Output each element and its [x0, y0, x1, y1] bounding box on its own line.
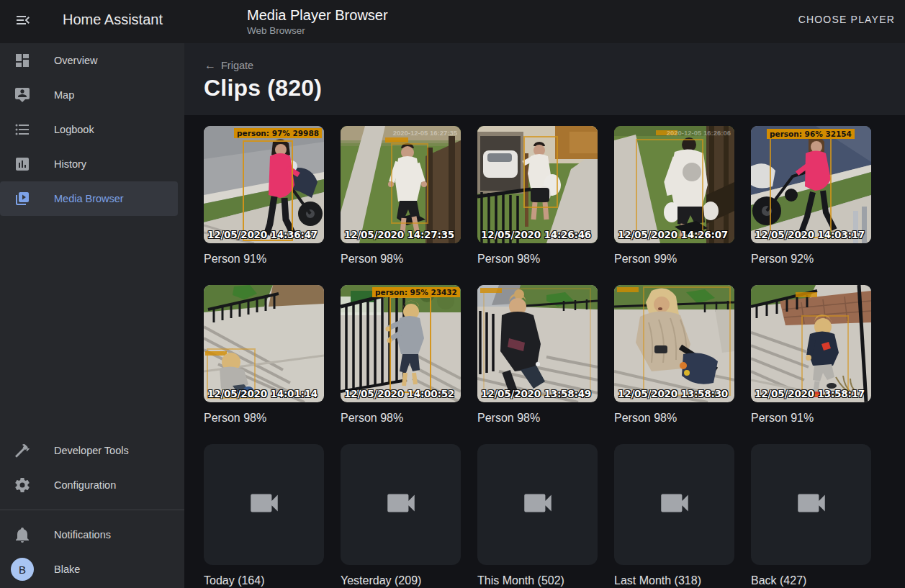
clip-timestamp-overlay: 12/05/2020 14:26:07 — [618, 229, 728, 240]
clip-thumbnail: person: 95% 23432 12/05/2020 14:00:52 — [341, 285, 461, 402]
folder-label: Yesterday (209) — [341, 573, 461, 588]
app-header: Home Assistant Media Player Browser Web … — [0, 0, 905, 43]
clip-timestamp-overlay: 12/05/2020 14:01:14 — [207, 388, 318, 399]
user-name: Blake — [54, 564, 80, 575]
content-header: ← Frigate Clips (820) — [184, 43, 905, 115]
sidebar-item-history[interactable]: History — [0, 147, 184, 181]
view-dashboard-icon — [14, 52, 31, 69]
sidebar-footer: Developer Tools Configuration Notificati… — [0, 433, 184, 587]
clip-thumbnail: person: 97% 29988 12/05/2020 14:36:47 — [204, 126, 324, 243]
panel-subtitle: Web Browser — [247, 25, 388, 36]
clip-label: Person 92% — [751, 251, 871, 266]
media-clip-item[interactable]: 2020-12-05 16:27:35 12/05/2020 14:27:35 … — [341, 126, 461, 266]
detection-bounding-box — [636, 139, 703, 238]
clip-thumbnail: 12/05/2020 13:58:49 — [477, 285, 598, 402]
media-folder-item-this-month[interactable]: This Month (502) — [477, 444, 598, 588]
folder-label: This Month (502) — [477, 573, 598, 588]
video-icon — [657, 485, 693, 524]
folder-card — [614, 444, 734, 565]
detection-bounding-box — [483, 288, 591, 396]
detection-bounding-box — [390, 297, 431, 393]
cog-icon — [14, 476, 31, 494]
sidebar-toggle-button[interactable] — [10, 9, 36, 35]
sidebar-item-developer-tools[interactable]: Developer Tools — [0, 433, 184, 468]
sidebar-item-configuration[interactable]: Configuration — [0, 468, 184, 502]
folder-label: Last Month (318) — [614, 573, 734, 588]
sidebar-item-map[interactable]: Map — [0, 78, 184, 112]
sidebar-divider — [0, 510, 184, 510]
folder-card — [477, 444, 598, 565]
media-clip-item[interactable]: 12/05/2020 13:58:17 Person 91% — [751, 285, 871, 425]
clip-thumbnail: 2020-12-05 16:27:35 12/05/2020 14:27:35 — [341, 126, 461, 243]
sidebar-item-overview[interactable]: Overview — [0, 43, 184, 78]
menu-open-icon — [14, 12, 32, 32]
breadcrumb-back[interactable]: ← Frigate — [204, 59, 253, 72]
sidebar-item-label: Overview — [54, 55, 97, 66]
media-folder-item-back[interactable]: Back (427) — [751, 444, 871, 588]
clip-label: Person 91% — [751, 410, 871, 425]
detection-label: person: 96% 32154 — [767, 129, 855, 139]
sidebar-title: Home Assistant — [63, 12, 163, 28]
clip-timestamp-overlay: 12/05/2020 14:03:17 — [755, 229, 865, 240]
detection-bounding-box — [243, 140, 293, 241]
clip-label: Person 99% — [614, 251, 734, 266]
clip-timestamp-overlay: 12/05/2020 14:36:47 — [207, 229, 318, 240]
clip-timestamp-overlay: 12/05/2020 14:27:35 — [344, 229, 454, 240]
clip-timestamp-overlay: 12/05/2020 14:00:52 — [344, 388, 454, 399]
sidebar-item-notifications[interactable]: Notifications — [0, 517, 184, 552]
clip-label: Person 91% — [204, 251, 324, 266]
clip-thumbnail: person: 96% 32154 12/05/2020 14:03:17 — [751, 126, 871, 243]
format-list-bulleted-icon — [14, 121, 31, 138]
avatar: B — [11, 558, 34, 581]
media-clip-item[interactable]: 12/05/2020 13:58:30 Person 98% — [614, 285, 734, 425]
breadcrumb-label: Frigate — [221, 60, 253, 71]
clip-label: Person 98% — [477, 410, 598, 425]
media-clip-item[interactable]: 2020-12-05 16:26:06 12/05/2020 14:26:07 … — [614, 126, 734, 266]
detection-bounding-box — [523, 136, 558, 208]
clip-thumbnail: 12/05/2020 14:01:14 — [204, 285, 324, 402]
detection-bounding-box — [643, 286, 731, 396]
folder-label: Back (427) — [751, 573, 871, 588]
folder-card — [751, 444, 871, 565]
clip-label: Person 98% — [614, 410, 734, 425]
panel-title-block: Media Player Browser Web Browser — [247, 6, 388, 36]
chart-box-icon — [14, 155, 31, 173]
sidebar-item-label: Configuration — [54, 479, 116, 491]
media-clip-item[interactable]: 12/05/2020 14:26:46 Person 98% — [477, 126, 598, 266]
clip-thumbnail: 2020-12-05 16:26:06 12/05/2020 14:26:07 — [614, 126, 734, 243]
video-icon — [520, 485, 556, 524]
clip-thumbnail: 12/05/2020 13:58:17 — [751, 285, 871, 402]
sidebar-item-label: Logbook — [54, 124, 94, 135]
clip-label: Person 98% — [341, 251, 461, 266]
clip-thumbnail: 12/05/2020 14:26:46 — [477, 126, 598, 243]
sidebar-item-label: Developer Tools — [54, 445, 129, 456]
media-clip-item[interactable]: 12/05/2020 13:58:49 Person 98% — [477, 285, 598, 425]
choose-player-button[interactable]: CHOOSE PLAYER — [798, 14, 895, 25]
sidebar-item-user-profile[interactable]: B Blake — [0, 552, 184, 587]
media-grid: person: 97% 29988 12/05/2020 14:36:47 Pe… — [204, 126, 905, 588]
sidebar-item-label: History — [54, 158, 86, 170]
camera-osd-text: 2020-12-05 16:26:06 — [667, 129, 731, 137]
sidebar-item-media-browser[interactable]: Media Browser — [0, 181, 178, 216]
page-title: Clips (820) — [204, 75, 322, 101]
media-clip-item[interactable]: person: 97% 29988 12/05/2020 14:36:47 Pe… — [204, 126, 324, 266]
video-icon — [383, 485, 419, 524]
detection-bounding-box — [770, 137, 832, 238]
media-folder-item-last-month[interactable]: Last Month (318) — [614, 444, 734, 588]
media-clip-item[interactable]: person: 96% 32154 12/05/2020 14:03:17 Pe… — [751, 126, 871, 266]
detection-label: person: 97% 29988 — [234, 128, 322, 138]
sidebar-item-logbook[interactable]: Logbook — [0, 112, 184, 147]
video-icon — [246, 485, 282, 524]
bell-icon — [14, 526, 31, 543]
media-folder-item-yesterday[interactable]: Yesterday (209) — [341, 444, 461, 588]
clip-thumbnail: 12/05/2020 13:58:30 — [614, 285, 734, 402]
media-browser-body: person: 97% 29988 12/05/2020 14:36:47 Pe… — [184, 115, 905, 588]
folder-label: Today (164) — [204, 573, 324, 588]
media-folder-item-today[interactable]: Today (164) — [204, 444, 324, 588]
detection-bounding-box — [391, 143, 428, 224]
panel-title: Media Player Browser — [247, 6, 388, 24]
media-clip-item[interactable]: person: 95% 23432 12/05/2020 14:00:52 Pe… — [341, 285, 461, 425]
hammer-icon — [14, 442, 31, 459]
media-clip-item[interactable]: 12/05/2020 14:01:14 Person 98% — [204, 285, 324, 425]
clip-timestamp-overlay: 12/05/2020 13:58:30 — [618, 388, 728, 399]
